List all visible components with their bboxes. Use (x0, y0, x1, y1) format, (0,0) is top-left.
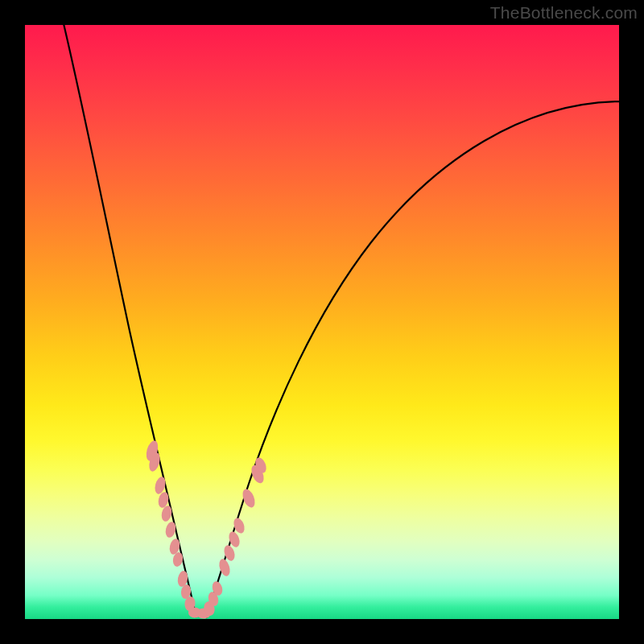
curve-markers-group (144, 440, 268, 619)
chart-plot-area (25, 25, 619, 619)
chart-svg-layer (25, 25, 619, 619)
left-curve-path (62, 25, 196, 617)
marker-dot (164, 521, 177, 539)
marker-dot (240, 487, 257, 509)
right-curve-path (206, 101, 619, 618)
watermark-text: TheBottleneck.com (490, 3, 638, 23)
